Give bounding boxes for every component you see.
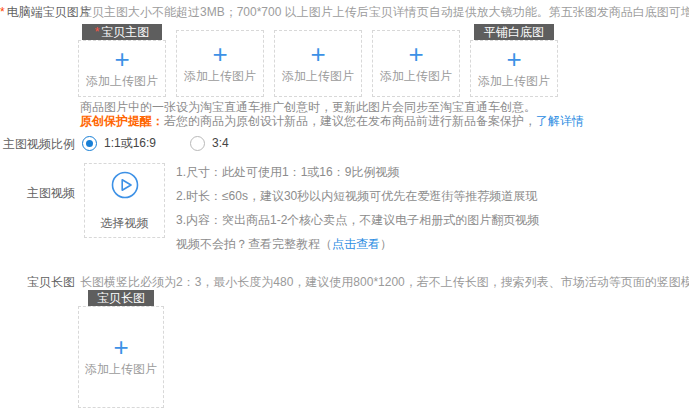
slot-tab-label: 平铺白底图 [484,25,544,39]
rules-text: 宝贝主图大小不能超过3MB；700*700 以上图片上传后宝贝详情页自动提供放大… [80,5,689,19]
long-image-rules-text: 长图横竖比必须为2：3，最小长度为480，建议使用800*1200，若不上传长图… [80,275,689,289]
radio-unselected-icon[interactable] [190,136,205,151]
upload-action-label: 添加上传图片 [86,73,158,90]
video-tip-size: 1.尺寸：此处可使用1：1或16：9比例视频 [176,160,539,184]
plus-icon: + [506,48,521,70]
learn-more-link[interactable]: 了解详情 [536,114,584,128]
ratio-option-3-4[interactable]: 3:4 [190,134,229,152]
original-protection-note: 原创保护提醒：若您的商品为原创设计新品，建议您在发布商品前进行新品备案保护，了解… [80,114,584,128]
video-tip-content: 3.内容：突出商品1-2个核心卖点，不建议电子相册式的图片翻页视频 [176,208,539,232]
main-image-rules-text: 宝贝主图大小不能超过3MB；700*700 以上图片上传后宝贝详情页自动提供放大… [80,5,685,19]
upload-action-label: 添加上传图片 [184,68,256,85]
plus-icon: + [114,48,129,70]
slot-tab-long-image: 宝贝长图 [88,290,154,306]
field-label-video-ratio: 主图视频比例 [0,137,75,151]
upload-dropzone[interactable]: + 添加上传图片 [78,40,166,97]
upload-dropzone[interactable]: + 添加上传图片 [372,30,460,97]
upload-action-label: 添加上传图片 [380,68,452,85]
plus-icon: + [310,43,325,65]
field-label-text: 电脑端宝贝图片 [7,5,91,19]
select-video-button[interactable]: 选择视频 [84,163,165,238]
video-help-text: 视频不会拍？查看完整教程（ [176,237,332,251]
field-label-pc-product-images: *电脑端宝贝图片 [0,5,75,19]
upload-dropzone[interactable]: + 添加上传图片 [176,30,264,97]
upload-dropzone[interactable]: + 添加上传图片 [274,30,362,97]
required-asterisk: * [95,25,100,39]
upload-action-label: 添加上传图片 [282,68,354,85]
plus-icon: + [408,43,423,65]
ratio-option-label: 3:4 [212,134,229,152]
train-sync-note: 商品图片中的一张设为淘宝直通车推广创意时，更新此图片会同步至淘宝直通车创意。 [80,100,536,114]
upload-slots-row: *宝贝主图 + 添加上传图片 + 添加上传图片 + 添加上传图片 + 添加上传图… [78,24,558,97]
upload-slot-white-background: 平铺白底图 + 添加上传图片 [470,24,558,97]
upload-action-label: 添加上传图片 [478,73,550,90]
view-tutorial-link[interactable]: 点击查看 [332,237,380,251]
ratio-option-label: 1:1或16:9 [104,134,156,152]
upload-slot-main-image: *宝贝主图 + 添加上传图片 [78,24,166,97]
select-video-label: 选择视频 [101,215,149,232]
slot-tab-label: 宝贝主图 [101,25,149,39]
video-tips-list: 1.尺寸：此处可使用1：1或16：9比例视频 2.时长：≤60s，建议30秒以内… [176,160,539,256]
product-image-upload-form: *电脑端宝贝图片 宝贝主图大小不能超过3MB；700*700 以上图片上传后宝贝… [0,0,689,413]
upload-dropzone[interactable]: + 添加上传图片 [78,306,164,408]
slot-tab-white-background: 平铺白底图 [474,24,554,40]
upload-slot-4: + 添加上传图片 [372,24,460,97]
video-ratio-options: 1:1或16:9 3:4 [82,134,229,152]
video-help-line: 视频不会拍？查看完整教程（点击查看） [176,232,539,256]
protection-reminder-text: 若您的商品为原创设计新品，建议您在发布商品前进行新品备案保护， [164,114,536,128]
radio-selected-icon[interactable] [82,136,97,151]
field-label-main-video: 主图视频 [0,186,75,200]
video-tip-duration: 2.时长：≤60s，建议30秒以内短视频可优先在爱逛街等推荐频道展现 [176,184,539,208]
long-image-rules: 长图横竖比必须为2：3，最小长度为480，建议使用800*1200，若不上传长图… [80,275,689,289]
plus-icon: + [113,336,128,358]
required-asterisk: * [0,5,5,19]
video-help-suffix: ） [380,237,392,251]
upload-slot-2: + 添加上传图片 [176,24,264,97]
upload-slot-3: + 添加上传图片 [274,24,362,97]
slot-tab-main-image: *宝贝主图 [82,24,162,40]
upload-dropzone[interactable]: + 添加上传图片 [470,40,558,97]
play-circle-icon [110,170,140,203]
ratio-option-1-1-or-16-9[interactable]: 1:1或16:9 [82,134,156,152]
field-label-long-image: 宝贝长图 [0,275,75,289]
upload-action-label: 添加上传图片 [85,361,157,378]
upload-slot-long-image: 宝贝长图 + 添加上传图片 [78,290,164,408]
plus-icon: + [212,43,227,65]
protection-reminder-prefix: 原创保护提醒： [80,114,164,128]
